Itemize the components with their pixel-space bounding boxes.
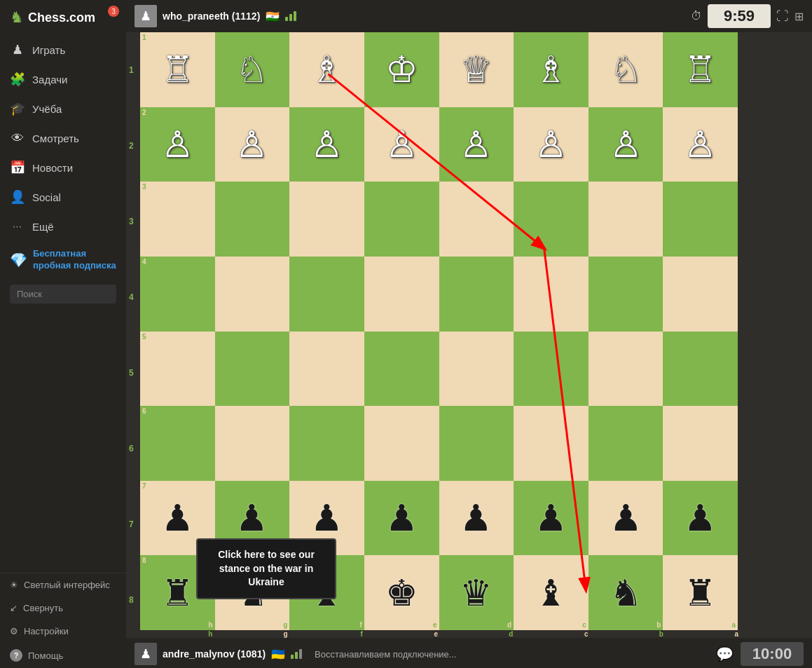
board-square-4-5[interactable] [514,332,589,407]
board-square-5-6[interactable] [589,406,663,481]
board-square-3-4[interactable] [439,257,514,332]
board-square-5-4[interactable] [439,406,514,481]
bottom-timer: 10:00 [741,642,804,666]
board-square-3-3[interactable] [364,257,439,332]
board-square-3-2[interactable] [289,257,364,332]
light-icon: ☀ [10,580,18,590]
board-square-6-7[interactable]: ♟ [663,481,738,556]
sidebar-item-more[interactable]: ··· Ещё [0,212,126,241]
board-square-0-7[interactable]: ♖ [663,32,738,107]
board-square-2-2[interactable] [289,182,364,257]
chess-piece: ♟ [310,500,343,536]
sidebar-bottom-help[interactable]: ? Помощь [0,643,126,668]
board-square-4-3[interactable] [364,332,439,407]
board-square-6-6[interactable]: ♟ [589,481,663,556]
board-square-0-1[interactable]: ♘ [215,32,290,107]
board-square-4-4[interactable] [439,332,514,407]
sidebar-bottom-light[interactable]: ☀ Светлый интерфейс [0,573,126,597]
board-square-2-3[interactable] [364,182,439,257]
chess-piece: ♙ [535,126,567,163]
board-square-3-0[interactable]: 4 [140,257,215,332]
sidebar-item-play-label: Играть [32,44,65,56]
board-square-7-3[interactable]: ♚e [364,555,439,630]
board-square-1-2[interactable]: ♙ [289,107,364,182]
sidebar-bottom-minimize[interactable]: ↙ Свернуть [0,597,126,620]
board-square-1-0[interactable]: ♙2 [140,107,215,182]
sidebar-item-news[interactable]: 📅 Новости [0,153,126,182]
board-square-1-7[interactable]: ♙ [663,107,738,182]
board-square-7-6[interactable]: ♞b [589,555,663,630]
board-square-0-6[interactable]: ♘ [589,32,663,107]
sidebar-item-learn[interactable]: 🎓 Учёба [0,94,126,123]
fullscreen-icon[interactable]: ⛶ [776,9,789,24]
board-square-5-0[interactable]: 6 [140,406,215,481]
chess-piece: ♚ [385,575,418,611]
chat-icon[interactable]: 💬 [716,646,734,662]
board-square-5-1[interactable] [215,406,290,481]
board-square-0-4[interactable]: ♕ [439,32,514,107]
board-square-1-5[interactable]: ♙ [514,107,589,182]
board-square-4-6[interactable] [589,332,663,407]
board-square-1-6[interactable]: ♙ [589,107,663,182]
top-player-bar: ♟ who_praneeth (1112) 🇮🇳 ⏱ 9:59 ⛶ ⊞ [126,0,812,32]
board-square-2-6[interactable] [589,182,663,257]
board-square-1-1[interactable]: ♙ [215,107,290,182]
sidebar-bottom-settings[interactable]: ⚙ Настройки [0,620,126,643]
rank-label-5: 6 [142,407,146,415]
chess-piece: ♙ [684,126,717,163]
rank-label-0: 1 [142,34,146,41]
board-square-5-2[interactable] [289,406,364,481]
board-square-7-7[interactable]: ♜a [663,555,738,630]
rank-label-7: 8 [142,557,146,564]
board-square-0-5[interactable]: ♗ [514,32,589,107]
ukraine-popup[interactable]: Click here to see our stance on the war … [196,538,336,599]
premium-section[interactable]: 💎 Бесплатная пробная подписка [0,241,126,279]
board-square-4-1[interactable] [215,332,290,407]
more-icon: ··· [10,219,25,234]
board-square-5-7[interactable] [663,406,738,481]
sidebar-item-social[interactable]: 👤 Social [0,182,126,212]
board-square-3-1[interactable] [215,257,290,332]
board-square-4-0[interactable]: 5 [140,332,215,407]
board-square-0-0[interactable]: ♖1 [140,32,215,107]
board-square-7-4[interactable]: ♛d [439,555,514,630]
play-icon: ♟ [10,42,25,57]
board-square-2-5[interactable] [514,182,589,257]
board-square-1-3[interactable]: ♙ [364,107,439,182]
board-square-5-3[interactable] [364,406,439,481]
board-square-2-7[interactable] [663,182,738,257]
board-square-6-3[interactable]: ♟ [364,481,439,556]
board-square-3-6[interactable] [589,257,663,332]
file-label-0: h [209,621,213,629]
board-square-4-2[interactable] [289,332,364,407]
social-icon: 👤 [10,189,25,205]
sidebar-item-puzzles[interactable]: 🧩 Задачи [0,64,126,94]
board-square-2-1[interactable] [215,182,290,257]
chess-piece: ♞ [610,575,642,611]
minimize-icon: ↙ [10,603,18,613]
logo-area[interactable]: ♞ Chess.com 3 [0,0,126,35]
layout-icon[interactable]: ⊞ [794,10,804,23]
board-square-0-3[interactable]: ♔ [364,32,439,107]
chess-piece: ♟ [385,500,418,536]
top-right-controls: ⏱ 9:59 ⛶ ⊞ [691,4,804,28]
board-square-3-5[interactable] [514,257,589,332]
board-square-2-0[interactable]: 3 [140,182,215,257]
board-square-7-5[interactable]: ♝c [514,555,589,630]
board-square-6-5[interactable]: ♟ [514,481,589,556]
board-square-2-4[interactable] [439,182,514,257]
sidebar-bottom: ☀ Светлый интерфейс ↙ Свернуть ⚙ Настрой… [0,573,126,668]
ukraine-popup-text: Click here to see our stance on the war … [218,549,315,587]
board-square-0-2[interactable]: ♗ [289,32,364,107]
rank-label-2: 3 [142,183,146,191]
board-square-5-5[interactable] [514,406,589,481]
board-square-6-4[interactable]: ♟ [439,481,514,556]
chess-piece: ♟ [610,500,642,536]
sidebar-item-watch[interactable]: 👁 Смотреть [0,123,126,153]
search-input[interactable] [10,285,116,304]
board-square-4-7[interactable] [663,332,738,407]
board-square-3-7[interactable] [663,257,738,332]
board-square-1-4[interactable]: ♙ [439,107,514,182]
chess-piece: ♝ [535,575,567,611]
sidebar-item-play[interactable]: ♟ Играть [0,35,126,64]
